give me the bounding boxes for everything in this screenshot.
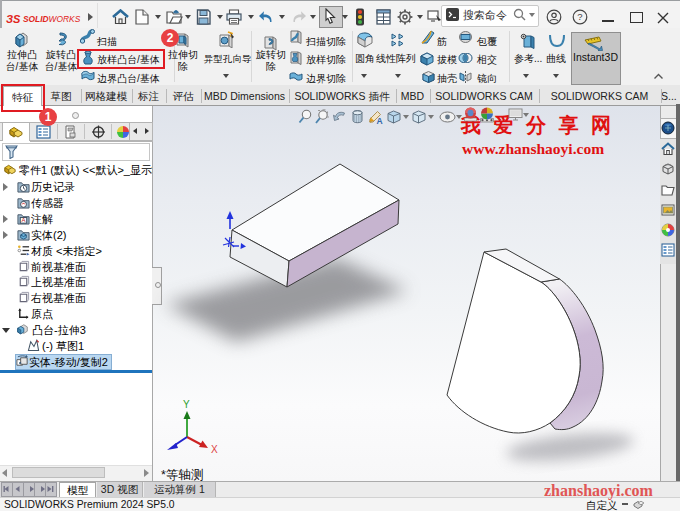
svg-text:X: X	[211, 444, 218, 455]
svg-text:ЗS: ЗS	[6, 13, 21, 25]
svg-text:A: A	[21, 217, 25, 223]
svg-text:?: ?	[577, 11, 582, 22]
svg-text:Y: Y	[183, 399, 190, 410]
svg-text:SOLIDWORKS: SOLIDWORKS	[23, 14, 81, 24]
svg-text:*等轴测: *等轴测	[161, 468, 203, 481]
svg-text:A: A	[377, 116, 383, 126]
